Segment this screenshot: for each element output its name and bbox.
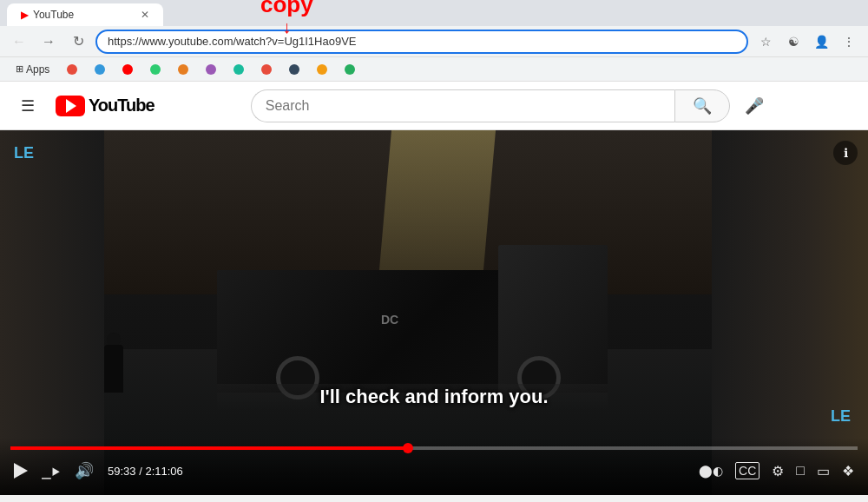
- tab-close-button[interactable]: ✕: [141, 9, 149, 21]
- menu-button[interactable]: ⋮: [837, 30, 861, 54]
- tab-favicon: ▶: [21, 10, 28, 21]
- youtube-logo-text: YouTube: [89, 96, 155, 116]
- progress-fill: [10, 446, 409, 450]
- active-tab[interactable]: ▶ YouTube ✕: [7, 3, 163, 26]
- forward-button[interactable]: →: [36, 30, 61, 54]
- extensions-button[interactable]: ☯: [781, 30, 806, 54]
- bookmark-favicon-10: [317, 64, 327, 75]
- fullscreen-button[interactable]: ❖: [838, 459, 858, 483]
- play-icon: [14, 463, 28, 479]
- skip-next-button[interactable]: ⎯▶: [38, 459, 64, 484]
- bookmark-item-3[interactable]: [115, 63, 140, 76]
- dark-mode-icon: ⬤◐: [699, 464, 723, 478]
- bookmark-favicon-5: [178, 64, 188, 75]
- dark-mode-toggle[interactable]: ⬤◐: [695, 460, 727, 481]
- person-silhouette: [104, 333, 123, 393]
- bookmark-favicon-11: [345, 64, 355, 75]
- profile-button[interactable]: 👤: [809, 30, 833, 54]
- progress-scrubber[interactable]: [403, 443, 413, 453]
- truck: DC: [217, 228, 608, 393]
- bookmark-favicon-8: [261, 64, 272, 75]
- bookmark-button[interactable]: ☆: [753, 30, 778, 54]
- truck-logo: DC: [381, 313, 398, 327]
- video-frame: DC LE ℹ I'll check and inform you. LE: [0, 130, 868, 495]
- bookmark-favicon-4: [150, 64, 161, 75]
- bookmark-favicon-3: [122, 64, 133, 75]
- fullscreen-icon: ❖: [842, 463, 854, 479]
- time-current: 59:33: [108, 465, 136, 478]
- miniplayer-button[interactable]: □: [792, 459, 808, 482]
- youtube-logo-icon: [56, 96, 85, 116]
- youtube-header: ☰ YouTube 🔍 🎤: [0, 82, 868, 130]
- captions-icon: CC: [735, 462, 760, 479]
- video-player[interactable]: DC LE ℹ I'll check and inform you. LE: [0, 130, 868, 495]
- bookmark-item-6[interactable]: [199, 63, 223, 76]
- volume-icon: 🔊: [75, 461, 94, 480]
- apps-icon: ⊞: [16, 63, 23, 75]
- info-icon: ℹ: [844, 146, 848, 160]
- bookmark-favicon-6: [206, 64, 216, 75]
- miniplayer-icon: □: [796, 463, 805, 479]
- progress-bar[interactable]: [10, 446, 858, 450]
- bookmark-item-11[interactable]: [338, 63, 362, 76]
- reload-button[interactable]: ↻: [66, 30, 90, 54]
- address-bar-container: copy ↓: [95, 30, 748, 54]
- time-display: 59:33 / 2:11:06: [108, 465, 183, 478]
- skip-icon: ⎯▶: [42, 462, 61, 480]
- tab-bar: ▶ YouTube ✕: [0, 0, 868, 26]
- watermark-tl-text: LE: [14, 144, 34, 162]
- bookmark-favicon-2: [95, 64, 105, 75]
- bookmark-favicon-1: [67, 64, 77, 75]
- captions-button[interactable]: CC: [732, 459, 763, 483]
- youtube-play-icon: [66, 99, 76, 113]
- time-total: 2:11:06: [145, 465, 182, 478]
- search-button[interactable]: 🔍: [674, 89, 730, 122]
- video-watermark-bottomright: LE: [831, 407, 851, 426]
- browser-toolbar: ← → ↻ copy ↓ ☆ ☯ 👤 ⋮: [0, 26, 868, 57]
- video-scene: DC LE ℹ I'll check and inform you. LE: [0, 130, 868, 495]
- voice-search-button[interactable]: 🎤: [737, 89, 772, 123]
- bookmark-item-4[interactable]: [143, 63, 168, 76]
- bookmark-item-10[interactable]: [310, 63, 334, 76]
- theater-mode-button[interactable]: ▭: [813, 459, 833, 483]
- settings-button[interactable]: ⚙: [768, 459, 787, 483]
- apps-label-text: Apps: [26, 63, 49, 76]
- video-info-button[interactable]: ℹ: [833, 141, 858, 165]
- bookmark-item-8[interactable]: [254, 63, 279, 76]
- bookmark-item-7[interactable]: [227, 63, 251, 76]
- bookmark-item-5[interactable]: [171, 63, 195, 76]
- bookmark-item-2[interactable]: [88, 63, 112, 76]
- subtitle-text: I'll check and inform you.: [319, 386, 548, 408]
- video-controls: ⎯▶ 🔊 59:33 / 2:11:06: [0, 438, 868, 495]
- search-container: 🔍 🎤: [251, 89, 772, 123]
- figure-body: [104, 345, 123, 393]
- play-button[interactable]: [10, 459, 31, 482]
- back-button[interactable]: ←: [7, 30, 31, 54]
- watermark-br-text: LE: [831, 407, 851, 425]
- bookmarks-bar: ⊞ Apps: [0, 57, 868, 82]
- search-icon: 🔍: [693, 96, 712, 116]
- theater-icon: ▭: [817, 463, 830, 479]
- video-watermark-topleft: LE: [14, 144, 34, 162]
- bookmark-favicon-7: [233, 64, 244, 75]
- tab-title: YouTube: [33, 9, 74, 21]
- youtube-logo[interactable]: YouTube: [56, 96, 155, 116]
- toolbar-actions: ☆ ☯ 👤 ⋮: [753, 30, 861, 54]
- address-bar[interactable]: [95, 30, 748, 54]
- bookmark-item-9[interactable]: [282, 63, 306, 76]
- bookmark-favicon-9: [289, 64, 299, 75]
- microphone-icon: 🎤: [745, 96, 764, 116]
- controls-row: ⎯▶ 🔊 59:33 / 2:11:06: [10, 450, 858, 492]
- settings-icon: ⚙: [772, 463, 784, 479]
- bookmarks-apps-label[interactable]: ⊞ Apps: [9, 62, 56, 77]
- search-input[interactable]: [251, 89, 674, 122]
- volume-button[interactable]: 🔊: [71, 458, 97, 484]
- hamburger-menu-button[interactable]: ☰: [14, 89, 42, 122]
- right-controls: ⬤◐ CC ⚙ □: [695, 459, 858, 483]
- bookmark-item-1[interactable]: [60, 63, 84, 76]
